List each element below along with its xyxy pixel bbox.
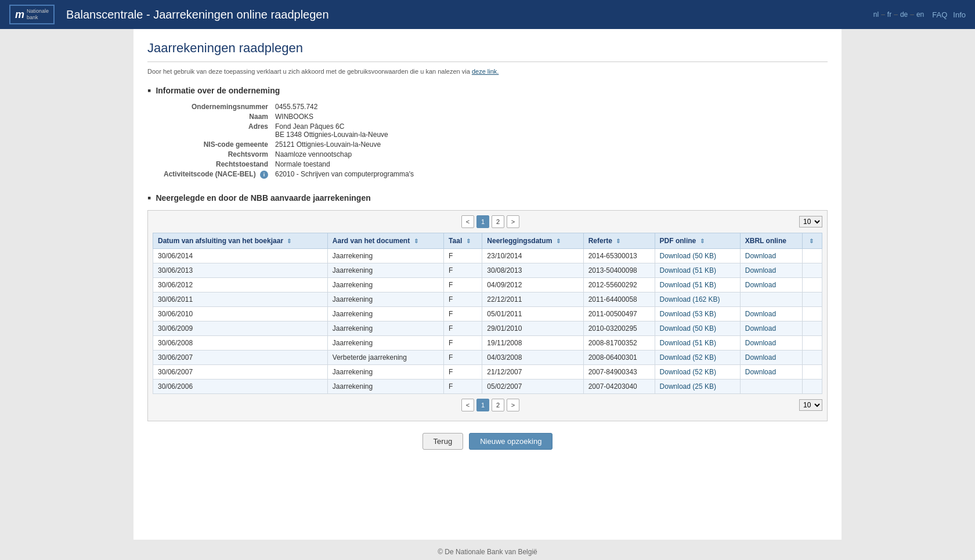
faq-link[interactable]: FAQ [932, 10, 947, 19]
xbrl-download-link[interactable]: Download [745, 281, 776, 289]
rechtsvorm-value: Naamloze vennootschap [275, 150, 352, 158]
col-referte[interactable]: Referte ⇕ [583, 233, 655, 249]
naam-label: Naam [159, 113, 275, 121]
col-pdf[interactable]: PDF online ⇕ [655, 233, 740, 249]
xbrl-cell: Download [740, 263, 802, 278]
pdf-download-link[interactable]: Download (25 KB) [660, 382, 716, 391]
datum-cell: 30/06/2012 [153, 278, 328, 292]
pdf-cell: Download (50 KB) [655, 321, 740, 336]
referte-cell: 2011-00500497 [583, 307, 655, 321]
next-page-btn-bottom[interactable]: > [507, 399, 519, 411]
header-nav: nl – fr – de – en FAQ Info [873, 10, 966, 19]
disclaimer: Door het gebruik van deze toepassing ver… [147, 68, 828, 75]
last-cell [802, 249, 822, 263]
page1-btn-bottom[interactable]: 1 [476, 399, 489, 411]
col-xbrl[interactable]: XBRL online [740, 233, 802, 249]
info-link[interactable]: Info [953, 10, 966, 19]
prev-page-btn-bottom[interactable]: < [461, 399, 474, 411]
pdf-download-link[interactable]: Download (50 KB) [660, 324, 716, 333]
xbrl-download-link[interactable]: Download [745, 252, 776, 260]
pdf-download-link[interactable]: Download (51 KB) [660, 281, 716, 289]
ondernemingsnummer-label: Ondernemingsnummer [159, 103, 275, 111]
datum-cell: 30/06/2013 [153, 263, 328, 278]
col-aard[interactable]: Aard van het document ⇕ [327, 233, 443, 249]
page-title: Jaarrekeningen raadplegen [147, 41, 828, 62]
rechtstoestand-label: Rechtstoestand [159, 160, 275, 168]
xbrl-download-link[interactable]: Download [745, 266, 776, 274]
col-neerlegging[interactable]: Neerleggingsdatum ⇕ [482, 233, 583, 249]
referte-cell: 2007-84900343 [583, 365, 655, 380]
page-size-select-bottom[interactable]: 102550 [799, 399, 822, 411]
pagination-top-row: < 1 2 > 102550 [153, 215, 822, 228]
ondernemingsnummer-value: 0455.575.742 [275, 103, 317, 111]
sort-pdf-icon: ⇕ [700, 238, 705, 244]
pagination-top: < 1 2 > [461, 215, 519, 228]
lang-en[interactable]: en [916, 10, 924, 19]
neerlegging-cell: 29/01/2010 [482, 321, 583, 336]
col-taal[interactable]: Taal ⇕ [444, 233, 482, 249]
rechtstoestand-value: Normale toestand [275, 160, 330, 168]
terug-button[interactable]: Terug [423, 433, 464, 450]
last-cell [802, 336, 822, 351]
company-section-title: Informatie over de onderneming [156, 86, 280, 95]
page-size-select-top[interactable]: 102550 [799, 216, 822, 227]
logo-text: Nationale bank [27, 8, 49, 21]
nieuwe-opzoeking-button[interactable]: Nieuwe opzoeking [469, 433, 552, 450]
pdf-download-link[interactable]: Download (51 KB) [660, 266, 716, 274]
aard-cell: Jaarrekening [327, 292, 443, 307]
xbrl-download-link[interactable]: Download [745, 324, 776, 333]
taal-cell: F [444, 307, 482, 321]
table-row: 30/06/2007Verbeterde jaarrekeningF04/03/… [153, 351, 822, 365]
main-content: Jaarrekeningen raadplegen Door het gebru… [133, 29, 842, 540]
lang-fr[interactable]: fr [887, 10, 891, 19]
prev-page-btn-top[interactable]: < [461, 215, 474, 228]
col-datum[interactable]: Datum van afsluiting van het boekjaar ⇕ [153, 233, 328, 249]
page1-btn-top[interactable]: 1 [476, 215, 489, 228]
page2-btn-top[interactable]: 2 [492, 215, 504, 228]
footer: © De Nationale Bank van België [0, 540, 975, 560]
activiteitscode-label: Activiteitscode (NACE-BEL) i [159, 170, 275, 179]
next-page-btn-top[interactable]: > [507, 215, 519, 228]
taal-cell: F [444, 336, 482, 351]
page2-btn-bottom[interactable]: 2 [492, 399, 504, 411]
pdf-download-link[interactable]: Download (52 KB) [660, 368, 716, 376]
sort-taal-icon: ⇕ [466, 238, 471, 244]
referte-cell: 2008-06400301 [583, 351, 655, 365]
pdf-download-link[interactable]: Download (52 KB) [660, 353, 716, 362]
taal-cell: F [444, 278, 482, 292]
xbrl-download-link[interactable]: Download [745, 339, 776, 347]
taal-cell: F [444, 321, 482, 336]
last-cell [802, 292, 822, 307]
pdf-cell: Download (52 KB) [655, 351, 740, 365]
table-row: 30/06/2010JaarrekeningF05/01/20112011-00… [153, 307, 822, 321]
pdf-download-link[interactable]: Download (53 KB) [660, 310, 716, 318]
pdf-download-link[interactable]: Download (50 KB) [660, 252, 716, 260]
xbrl-cell: Download [740, 351, 802, 365]
pdf-download-link[interactable]: Download (51 KB) [660, 339, 716, 347]
taal-cell: F [444, 292, 482, 307]
aard-cell: Jaarrekening [327, 321, 443, 336]
activiteitscode-value: 62010 - Schrijven van computerprogramma'… [275, 170, 414, 179]
xbrl-cell [740, 292, 802, 307]
table-row: 30/06/2008JaarrekeningF19/11/20082008-81… [153, 336, 822, 351]
pdf-cell: Download (50 KB) [655, 249, 740, 263]
jaarrekeningen-table: Datum van afsluiting van het boekjaar ⇕ … [153, 233, 822, 394]
disclaimer-link[interactable]: deze link. [472, 68, 499, 75]
table-header-row: Datum van afsluiting van het boekjaar ⇕ … [153, 233, 822, 249]
xbrl-download-link[interactable]: Download [745, 368, 776, 376]
company-section-header: ▪ Informatie over de onderneming [147, 85, 828, 96]
sort-referte-icon: ⇕ [616, 238, 620, 244]
xbrl-download-link[interactable]: Download [745, 353, 776, 362]
pdf-download-link[interactable]: Download (162 KB) [660, 295, 720, 304]
col-last[interactable]: ⇕ [802, 233, 822, 249]
lang-nl[interactable]: nl [873, 10, 879, 19]
info-row-rechtstoestand: Rechtstoestand Normale toestand [159, 160, 828, 168]
xbrl-cell: Download [740, 321, 802, 336]
activiteitscode-info-icon[interactable]: i [260, 171, 268, 179]
last-cell [802, 263, 822, 278]
xbrl-download-link[interactable]: Download [745, 310, 776, 318]
aard-cell: Verbeterde jaarrekening [327, 351, 443, 365]
neerlegging-cell: 04/03/2008 [482, 351, 583, 365]
aard-cell: Jaarrekening [327, 336, 443, 351]
lang-de[interactable]: de [900, 10, 908, 19]
